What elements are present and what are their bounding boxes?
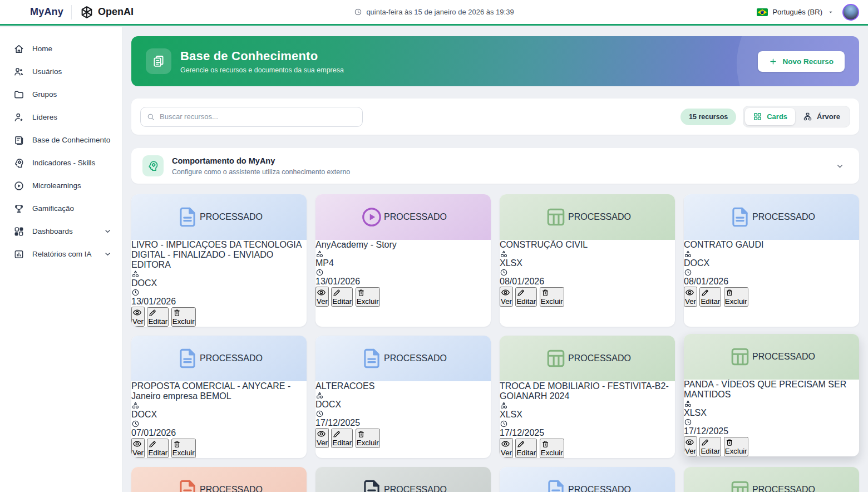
sidebar-item-relatorios-com-ia[interactable]: Relatórios com IA <box>0 243 122 265</box>
sidebar-item-base-de-conhecimento[interactable]: Base de Conhecimento <box>0 129 122 151</box>
sidebar-item-label: Dashboards <box>32 227 73 235</box>
edit-button[interactable]: Editar <box>331 429 353 448</box>
date-clock-icon <box>684 268 692 277</box>
chevron-down-icon <box>103 227 112 235</box>
resource-card: PROCESSADO PROPOSTA COMERCIAL - ANYCARE … <box>131 336 307 458</box>
sidebar-item-grupos[interactable]: Grupos <box>0 83 122 106</box>
sidebar-item-dashboards[interactable]: Dashboards <box>0 220 122 243</box>
status-badge: PROCESSADO <box>752 352 815 362</box>
leader-icon <box>13 112 24 123</box>
search-box <box>140 107 363 127</box>
edit-button[interactable]: Editar <box>147 439 169 458</box>
document-icon <box>728 205 752 229</box>
delete-button[interactable]: Excluir <box>540 287 564 307</box>
delete-button[interactable]: Excluir <box>724 287 748 307</box>
edit-button[interactable]: Editar <box>515 439 537 458</box>
file-date: 08/01/2026 <box>684 277 728 286</box>
trash-icon <box>172 308 181 317</box>
status-badge: PROCESSADO <box>384 212 447 222</box>
file-date: 17/12/2025 <box>315 418 360 427</box>
view-button[interactable]: Ver <box>131 438 145 458</box>
eye-icon <box>501 439 510 449</box>
sidebar-item-label: Líderes <box>32 113 57 121</box>
brand-name: MyAny <box>30 6 63 18</box>
behavior-panel[interactable]: Comportamento do MyAny Configure como o … <box>131 148 859 184</box>
resource-card: PROCESSADO <box>131 467 307 492</box>
file-type-icon <box>500 401 508 410</box>
sidebar-item-gamificacao[interactable]: Gamificação <box>0 197 122 220</box>
card-actions: Ver Editar Excluir <box>315 428 491 448</box>
view-button[interactable]: Ver <box>131 307 145 327</box>
card-body: LIVRO - IMPLICAÇOES DA TECNOLOGIA DIGITA… <box>131 240 307 307</box>
card-actions: Ver Editar Excluir <box>131 438 307 458</box>
edit-button[interactable]: Editar <box>331 287 353 307</box>
behavior-expand-button[interactable] <box>832 158 848 174</box>
view-cards-label: Cards <box>767 112 787 121</box>
status-badge: PROCESSADO <box>384 353 447 363</box>
page-subtitle: Gerencie os recursos e documentos da sua… <box>180 66 344 74</box>
edit-button[interactable]: Editar <box>699 287 721 307</box>
view-button[interactable]: Ver <box>315 428 329 448</box>
trash-icon <box>172 440 181 449</box>
view-button[interactable]: Ver <box>684 287 697 307</box>
card-header: PROCESSADO <box>684 467 859 492</box>
banner-icon-box <box>146 48 171 74</box>
play-circle-icon <box>359 205 384 229</box>
eye-icon <box>685 437 694 447</box>
card-body: AnyAcademy - Story MP4 13/01/2026 <box>315 240 491 287</box>
card-actions: Ver Editar Excluir <box>684 436 859 456</box>
view-tree-button[interactable]: Árvore <box>795 108 848 125</box>
delete-button[interactable]: Excluir <box>171 439 196 458</box>
sidebar-item-label: Grupos <box>32 90 57 99</box>
card-title: LIVRO - IMPLICAÇOES DA TECNOLOGIA DIGITA… <box>131 240 307 270</box>
file-type-icon <box>131 270 140 278</box>
new-resource-button[interactable]: Novo Recurso <box>758 51 845 72</box>
file-date: 17/12/2025 <box>684 426 728 436</box>
sidebar-item-usuarios[interactable]: Usuários <box>0 60 122 83</box>
trophy-icon <box>13 203 24 214</box>
sidebar-item-microlearnings[interactable]: Microlearnings <box>0 174 122 197</box>
language-selector[interactable]: Português (BR) <box>757 8 835 16</box>
delete-button[interactable]: Excluir <box>356 287 380 307</box>
status-badge: PROCESSADO <box>568 485 631 492</box>
sidebar-item-indicadores-skills[interactable]: Indicadores - Skills <box>0 151 122 174</box>
delete-button[interactable]: Excluir <box>356 429 380 448</box>
trash-icon <box>541 288 550 297</box>
status-badge: PROCESSADO <box>752 212 815 222</box>
documents-icon <box>151 54 166 68</box>
header-datetime: quinta-feira às 15 de janeiro de 2026 às… <box>354 8 514 16</box>
resources-toolbar: 15 recursos Cards Árvore <box>131 99 859 135</box>
user-avatar[interactable] <box>842 4 859 21</box>
edit-button[interactable]: Editar <box>147 307 169 327</box>
brazil-flag-icon <box>757 8 768 16</box>
behavior-subtitle: Configure como o assistente utiliza conh… <box>172 168 350 176</box>
tree-icon <box>803 112 812 121</box>
datetime-text: quinta-feira às 15 de janeiro de 2026 às… <box>366 8 514 16</box>
card-header: PROCESSADO <box>315 336 491 381</box>
sidebar-item-label: Base de Conhecimento <box>32 136 110 144</box>
edit-button[interactable]: Editar <box>515 287 537 307</box>
card-title: CONSTRUÇÃO CIVIL <box>500 240 675 250</box>
view-button[interactable]: Ver <box>684 436 697 456</box>
delete-button[interactable]: Excluir <box>540 439 564 458</box>
view-button[interactable]: Ver <box>315 287 329 307</box>
view-button[interactable]: Ver <box>500 287 513 307</box>
file-date: 13/01/2026 <box>131 297 176 306</box>
card-actions: Ver Editar Excluir <box>500 287 675 307</box>
sidebar-item-label: Indicadores - Skills <box>32 159 95 167</box>
view-cards-button[interactable]: Cards <box>745 108 795 125</box>
view-button[interactable]: Ver <box>500 438 513 458</box>
delete-button[interactable]: Excluir <box>724 437 748 456</box>
sidebar-item-home[interactable]: Home <box>0 37 122 60</box>
file-type: XLSX <box>684 408 707 417</box>
eye-icon <box>132 308 142 317</box>
sidebar-item-lideres[interactable]: Líderes <box>0 106 122 129</box>
sidebar-item-label: Usuários <box>32 67 62 76</box>
search-input[interactable] <box>140 107 363 127</box>
delete-button[interactable]: Excluir <box>171 307 196 327</box>
file-type-icon <box>500 250 508 258</box>
trash-icon <box>357 288 366 297</box>
main-content: Base de Conhecimento Gerencie os recurso… <box>122 27 868 492</box>
edit-button[interactable]: Editar <box>699 437 721 456</box>
openai-logo: OpenAI <box>80 5 134 19</box>
